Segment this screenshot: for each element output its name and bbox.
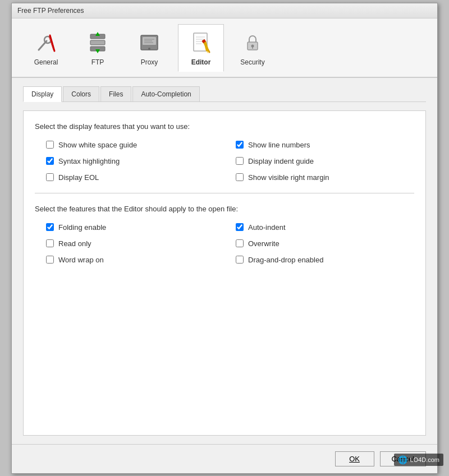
svg-line-2 [50,35,54,51]
editor-checkboxes: Folding enable Auto-indent Read only Ove… [46,223,414,264]
ftp-icon [84,29,111,56]
tab-files[interactable]: Files [100,86,131,101]
folding-enable-checkbox[interactable] [46,223,54,231]
show-line-numbers-checkbox[interactable] [236,141,244,149]
proxy-icon [136,29,163,56]
drag-and-drop-enabled-checkbox[interactable] [236,256,244,264]
display-eol-checkbox[interactable] [46,173,54,181]
security-icon [239,29,266,56]
toolbar-general-label: General [34,58,58,66]
section2-label: Select the features that the Editor shou… [35,205,414,213]
preferences-window: Free FTP Preferences General [11,3,438,474]
watermark-icon: 🌐 [398,455,407,464]
toolbar-item-security[interactable]: Security [230,24,276,71]
toolbar-security-label: Security [240,58,264,66]
show-white-space-label: Show white space guide [58,141,137,149]
folding-enable-label: Folding enable [58,223,106,232]
read-only-label: Read only [58,239,91,248]
display-checkboxes: Show white space guide Show line numbers… [46,141,414,182]
toolbar-editor-label: Editor [191,58,211,66]
tab-display[interactable]: Display [23,86,62,102]
footer: OK Cancel [12,444,437,473]
tab-content-display: Select the display features that you wan… [23,110,426,436]
show-visible-right-margin-checkbox[interactable] [236,173,244,181]
checkbox-show-white-space: Show white space guide [46,141,224,149]
read-only-checkbox[interactable] [46,239,54,247]
svg-rect-5 [90,40,105,45]
overwrite-label: Overwrite [248,239,280,248]
auto-indent-label: Auto-indent [248,223,286,232]
editor-icon [187,29,214,56]
checkbox-read-only: Read only [46,239,224,248]
general-icon [33,29,59,56]
drag-and-drop-enabled-label: Drag-and-drop enabled [248,256,323,264]
checkbox-show-line-numbers: Show line numbers [236,141,414,149]
show-visible-right-margin-label: Show visible right margin [248,173,329,182]
checkbox-syntax-highlighting: Syntax highlighting [46,157,224,165]
checkbox-display-eol: Display EOL [46,173,224,182]
toolbar-item-general[interactable]: General [23,24,69,71]
display-indent-guide-checkbox[interactable] [236,157,244,165]
ok-button[interactable]: OK [335,451,374,466]
watermark: 🌐 LO4D.com [394,454,443,466]
tab-bar: Display Colors Files Auto-Completion [23,86,426,102]
checkbox-folding-enable: Folding enable [46,223,224,232]
window-title: Free FTP Preferences [17,7,84,15]
word-wrap-on-label: Word wrap on [58,256,104,264]
svg-point-25 [251,44,254,47]
title-bar: Free FTP Preferences [12,3,437,19]
syntax-highlighting-label: Syntax highlighting [58,157,120,165]
toolbar-proxy-label: Proxy [141,58,158,66]
tab-auto-completion[interactable]: Auto-Completion [132,86,199,101]
section1-label: Select the display features that you wan… [35,122,414,131]
section-divider [35,193,414,193]
toolbar-item-proxy[interactable]: Proxy [126,24,172,71]
display-indent-guide-label: Display indent guide [248,157,314,165]
word-wrap-on-checkbox[interactable] [46,256,54,264]
toolbar-item-ftp[interactable]: FTP [75,24,121,71]
toolbar-ftp-label: FTP [91,58,104,66]
overwrite-checkbox[interactable] [236,239,244,247]
checkbox-word-wrap-on: Word wrap on [46,256,224,264]
tab-colors[interactable]: Colors [63,86,99,101]
watermark-text: LO4D.com [410,456,439,463]
toolbar-item-editor[interactable]: Editor [178,24,224,72]
display-eol-label: Display EOL [58,173,99,182]
checkbox-display-indent-guide: Display indent guide [236,157,414,165]
show-line-numbers-label: Show line numbers [248,141,310,149]
svg-point-11 [148,48,150,50]
checkbox-drag-and-drop-enabled: Drag-and-drop enabled [236,256,414,264]
checkbox-overwrite: Overwrite [236,239,414,248]
auto-indent-checkbox[interactable] [236,223,244,231]
checkbox-auto-indent: Auto-indent [236,223,414,232]
toolbar: General FTP [12,19,437,78]
syntax-highlighting-checkbox[interactable] [46,157,54,165]
content-area: Display Colors Files Auto-Completion Sel… [12,78,437,444]
checkbox-show-visible-right-margin: Show visible right margin [236,173,414,182]
show-white-space-checkbox[interactable] [46,141,54,149]
